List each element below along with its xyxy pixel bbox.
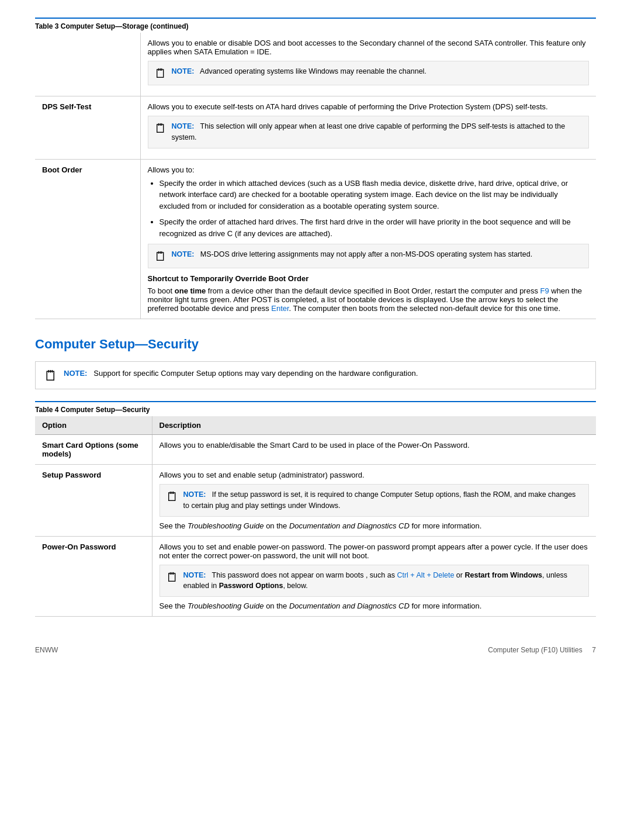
- security-table-header: Table 4 Computer Setup—Security: [35, 401, 596, 416]
- note-icon: 🗒: [154, 250, 167, 263]
- footer-right: Computer Setup (F10) Utilities 7: [488, 646, 596, 654]
- security-section: Computer Setup—Security 🗒 NOTE: Support …: [35, 337, 596, 617]
- footer-left: ENWW: [35, 646, 58, 654]
- row-label-dps: DPS Self-Test: [35, 96, 140, 160]
- col-header-option: Option: [35, 416, 152, 435]
- option-smart-card: Smart Card Options (some models): [35, 435, 152, 465]
- table-row: Boot Order Allows you to: Specify the or…: [35, 159, 596, 319]
- note-box: 🗒 NOTE: This selection will only appear …: [148, 116, 590, 148]
- section-note-box: 🗒 NOTE: Support for specific Computer Se…: [35, 361, 596, 389]
- desc-poweron-password: Allows you to set and enable power-on pa…: [152, 536, 596, 617]
- desc-smart-card: Allows you to enable/disable the Smart C…: [152, 435, 596, 465]
- col-header-description: Description: [152, 416, 596, 435]
- option-setup-password: Setup Password: [35, 465, 152, 537]
- row-description-dps: Allows you to execute self-tests on ATA …: [140, 96, 596, 160]
- note-icon: 🗒: [166, 490, 179, 503]
- row-description-boot: Allows you to: Specify the order in whic…: [140, 159, 596, 319]
- bullet-list: Specify the order in which attached devi…: [160, 178, 590, 240]
- note-icon: 🗒: [154, 122, 167, 135]
- row-label-boot: Boot Order: [35, 159, 140, 319]
- note-icon: 🗒: [44, 369, 58, 383]
- list-item: Specify the order of attached hard drive…: [160, 216, 590, 239]
- note-icon: 🗒: [154, 67, 167, 80]
- desc-setup-password: Allows you to set and enable setup (admi…: [152, 465, 596, 537]
- note-icon: 🗒: [166, 571, 179, 584]
- page-footer: ENWW Computer Setup (F10) Utilities 7: [35, 640, 596, 654]
- table-row: DPS Self-Test Allows you to execute self…: [35, 96, 596, 160]
- list-item: Specify the order in which attached devi…: [160, 178, 590, 212]
- row-description: Allows you to enable or disable DOS and …: [140, 33, 596, 96]
- table-header-row: Option Description: [35, 416, 596, 435]
- storage-table-section: Table 3 Computer Setup—Storage (continue…: [35, 18, 596, 319]
- table-row: Smart Card Options (some models) Allows …: [35, 435, 596, 465]
- shortcut-heading: Shortcut to Temporarily Override Boot Or…: [148, 274, 590, 283]
- note-box: 🗒 NOTE: This password does not appear on…: [160, 565, 590, 597]
- row-label-empty: [35, 33, 140, 96]
- option-poweron-password: Power-On Password: [35, 536, 152, 617]
- note-box: 🗒 NOTE: Advanced operating systems like …: [148, 61, 590, 85]
- note-box: 🗒 NOTE: MS-DOS drive lettering assignmen…: [148, 244, 590, 268]
- table-row: Setup Password Allows you to set and ena…: [35, 465, 596, 537]
- storage-table-header: Table 3 Computer Setup—Storage (continue…: [35, 18, 596, 33]
- shortcut-text: To boot one time from a device other tha…: [148, 286, 590, 313]
- section-heading: Computer Setup—Security: [35, 337, 596, 352]
- note-box: 🗒 NOTE: If the setup password is set, it…: [160, 484, 590, 517]
- storage-table: Allows you to enable or disable DOS and …: [35, 33, 596, 319]
- security-table: Option Description Smart Card Options (s…: [35, 416, 596, 617]
- table-row: Power-On Password Allows you to set and …: [35, 536, 596, 617]
- table-row: Allows you to enable or disable DOS and …: [35, 33, 596, 96]
